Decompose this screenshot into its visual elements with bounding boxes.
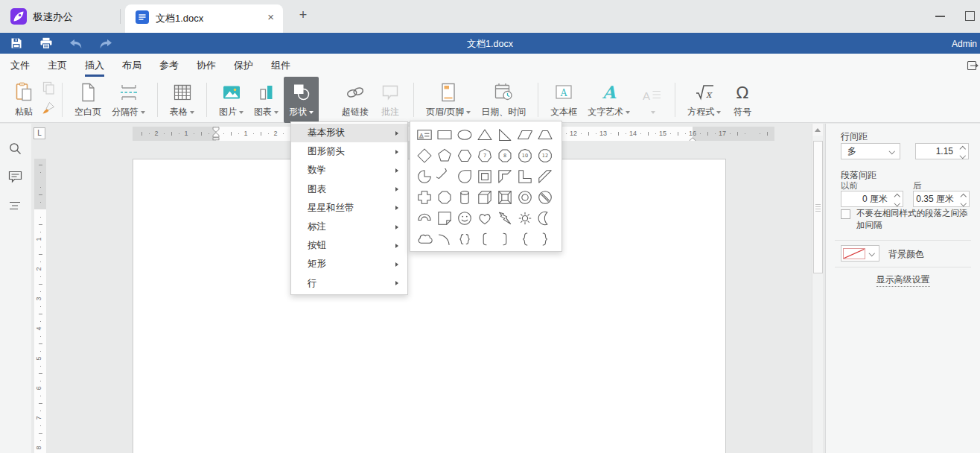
menu-tab-protect[interactable]: 保护: [234, 54, 253, 77]
menu-tab-insert[interactable]: 插入: [85, 54, 104, 77]
shape-pentagon[interactable]: [434, 145, 454, 166]
shape-text-box[interactable]: A: [414, 124, 434, 145]
vertical-scrollbar[interactable]: [812, 124, 823, 453]
spinner-arrows-icon[interactable]: [961, 194, 966, 205]
menu-tab-file[interactable]: 文件: [10, 54, 30, 77]
shape-teardrop[interactable]: [454, 166, 474, 187]
blank-page-button[interactable]: 空白页: [69, 77, 106, 123]
menu-item-lines[interactable]: 行: [291, 274, 407, 293]
shape-heart[interactable]: [474, 208, 494, 229]
shape-dodecagon[interactable]: 12: [535, 145, 555, 166]
menu-item-basic-shapes[interactable]: 基本形状: [291, 124, 407, 142]
line-spacing-stepper[interactable]: 1.15: [915, 143, 969, 159]
menu-item-math[interactable]: 数学: [291, 161, 407, 180]
shape-heptagon[interactable]: 7: [474, 145, 494, 166]
date-time-button[interactable]: 日期、时间: [476, 77, 531, 123]
equation-button[interactable]: x 方程式: [682, 77, 726, 123]
shapes-button[interactable]: 形状: [284, 77, 319, 123]
shape-diagonal-stripe[interactable]: [535, 166, 555, 187]
same-style-spacing-checkbox[interactable]: [841, 209, 850, 219]
shape-block-arc[interactable]: [414, 208, 434, 229]
menu-item-callouts[interactable]: 标注: [291, 218, 407, 236]
app-logo-icon[interactable]: [10, 8, 27, 25]
comments-panel-icon[interactable]: [8, 171, 22, 186]
shape-cross[interactable]: [414, 187, 434, 208]
shape-chord[interactable]: [434, 166, 454, 187]
chart-button[interactable]: 图表: [249, 77, 284, 123]
shape-moon[interactable]: [535, 208, 555, 229]
shape-half-frame[interactable]: [494, 166, 515, 187]
scroll-up-button[interactable]: [812, 124, 823, 136]
shape-octagon[interactable]: [434, 187, 454, 208]
outline-panel-icon[interactable]: [8, 200, 22, 214]
new-tab-button[interactable]: +: [295, 7, 311, 24]
minimize-button[interactable]: [935, 16, 945, 17]
background-color-picker[interactable]: [841, 245, 879, 262]
shape-cloud[interactable]: [414, 229, 434, 250]
table-button[interactable]: 表格: [165, 77, 200, 123]
shape-donut[interactable]: [515, 187, 535, 208]
line-spacing-select[interactable]: 多: [841, 143, 900, 159]
user-name[interactable]: Admin: [952, 39, 977, 49]
shape-trapezoid[interactable]: [535, 124, 555, 145]
menu-item-charts[interactable]: 图表: [291, 180, 407, 199]
page-break-button[interactable]: 分隔符: [106, 77, 150, 123]
picture-button[interactable]: 图片: [214, 77, 249, 123]
spacing-before-stepper[interactable]: 0 厘米: [841, 191, 903, 207]
spinner-arrows-icon[interactable]: [895, 194, 900, 205]
tab-stop-selector[interactable]: L: [34, 127, 45, 139]
hyperlink-button[interactable]: 超链接: [337, 77, 374, 123]
shape-arc[interactable]: [434, 229, 454, 250]
text-box-button[interactable]: A 文本框: [545, 77, 582, 123]
shape-parallelogram[interactable]: [515, 124, 535, 145]
word-art-button[interactable]: A 文字艺术: [582, 77, 635, 123]
paste-button[interactable]: 粘贴: [7, 77, 40, 123]
format-painter-icon[interactable]: [42, 101, 55, 118]
search-icon[interactable]: [8, 142, 22, 159]
spinner-arrows-icon[interactable]: [961, 147, 965, 157]
shape-diamond[interactable]: [414, 145, 434, 166]
shape-l-shape[interactable]: [515, 166, 535, 187]
advanced-settings-link[interactable]: 显示高级设置: [826, 273, 980, 286]
shape-rectangle[interactable]: [434, 124, 454, 145]
shape-right-brace[interactable]: [535, 229, 555, 250]
shape-ellipse[interactable]: [454, 124, 474, 145]
shape-double-bracket[interactable]: [454, 229, 474, 250]
menu-tab-collaborate[interactable]: 协作: [197, 54, 216, 77]
right-indent-marker[interactable]: [689, 133, 696, 141]
document-tab[interactable]: 文档1.docx ×: [125, 4, 283, 33]
spacing-after-stepper[interactable]: 0.35 厘米: [913, 191, 970, 207]
shape-octagon-numbered[interactable]: 8: [494, 145, 515, 166]
menu-item-graphic-arrows[interactable]: 图形箭头: [291, 142, 407, 161]
menu-tab-layout[interactable]: 布局: [122, 54, 141, 77]
menu-tab-components[interactable]: 组件: [271, 54, 290, 77]
menu-item-stars-and-ribbons[interactable]: 星星和丝带: [291, 199, 407, 218]
menu-tab-references[interactable]: 参考: [159, 54, 179, 77]
shape-left-brace[interactable]: [515, 229, 535, 250]
shape-cube[interactable]: [474, 187, 494, 208]
shape-can[interactable]: [454, 187, 474, 208]
shape-decagon[interactable]: 10: [515, 145, 535, 166]
shape-left-bracket[interactable]: [474, 229, 494, 250]
menu-tab-home[interactable]: 主页: [48, 54, 67, 77]
maximize-button[interactable]: [965, 11, 975, 21]
indent-markers[interactable]: [212, 127, 220, 141]
shape-right-triangle[interactable]: [494, 124, 515, 145]
vertical-ruler[interactable]: 12345678: [34, 159, 46, 453]
copy-icon[interactable]: [42, 81, 55, 98]
shape-no-symbol[interactable]: [535, 187, 555, 208]
symbol-button[interactable]: Ω 符号: [726, 77, 759, 123]
shape-sun[interactable]: [515, 208, 535, 229]
shape-pie[interactable]: [414, 166, 434, 187]
shape-smiley-face[interactable]: [454, 208, 474, 229]
shape-isosceles-triangle[interactable]: [474, 124, 494, 145]
shape-right-bracket[interactable]: [494, 229, 515, 250]
shape-hexagon[interactable]: [454, 145, 474, 166]
header-footer-button[interactable]: 页眉/页脚: [421, 77, 476, 123]
menu-item-buttons[interactable]: 按钮: [291, 236, 407, 255]
shape-bevel[interactable]: [494, 187, 515, 208]
shape-lightning-bolt[interactable]: [494, 208, 515, 229]
scrollbar-thumb[interactable]: [813, 141, 823, 273]
shape-folded-corner[interactable]: [434, 208, 454, 229]
tab-close-icon[interactable]: ×: [267, 10, 274, 23]
